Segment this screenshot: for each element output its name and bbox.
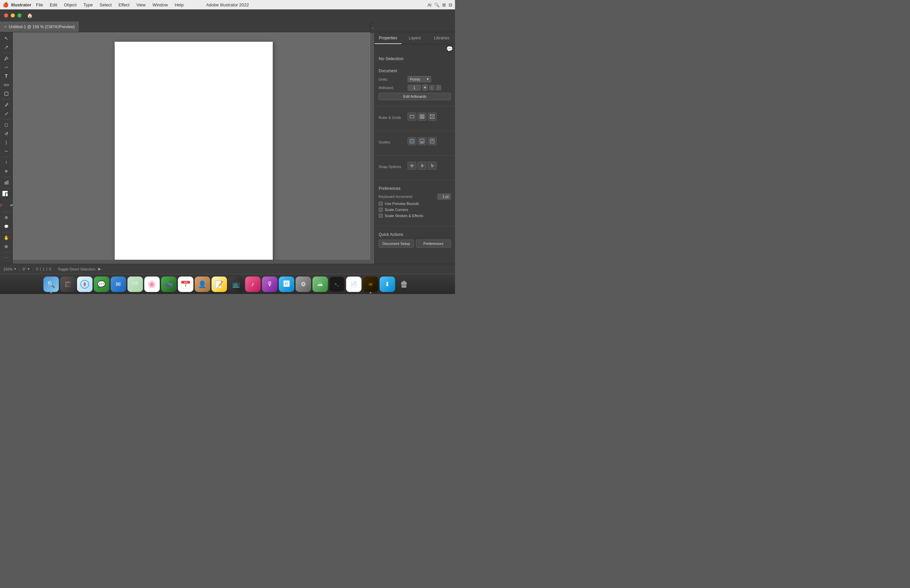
document-setup-button[interactable]: Document Setup — [379, 239, 414, 248]
dock-music[interactable]: ♪ — [245, 276, 261, 292]
tab-properties[interactable]: Properties — [375, 32, 402, 44]
dock-notes[interactable]: 📝 — [212, 276, 227, 292]
comments-icon[interactable]: 💬 — [446, 46, 453, 52]
dock-textedit[interactable]: 📄 — [346, 276, 361, 292]
control-icon[interactable]: ⊟ — [449, 2, 452, 7]
color-swatch[interactable] — [2, 191, 10, 198]
none-color[interactable]: ⊘ — [0, 200, 6, 210]
zoom-control[interactable]: 156% ▾ — [3, 267, 16, 271]
artboard-first-btn[interactable]: ⟨⟨ — [36, 267, 38, 271]
scale-strokes-checkbox[interactable] — [379, 214, 383, 218]
home-icon[interactable]: 🏠 — [27, 13, 32, 18]
dock-maps[interactable]: 🗺 — [128, 276, 143, 292]
vertical-scrollbar[interactable] — [370, 32, 374, 264]
blend-tool[interactable]: ⊕ — [2, 167, 11, 175]
guides-lock-btn[interactable] — [418, 137, 426, 145]
artboard-next[interactable]: › — [436, 85, 441, 90]
maximize-button[interactable] — [18, 13, 21, 18]
dock-facetime[interactable]: 📹 — [161, 276, 176, 292]
rotation-control[interactable]: 0° ▾ — [23, 267, 29, 271]
dock-systemprefs[interactable]: ⚙ — [296, 276, 311, 292]
dock-appletv[interactable]: 📺 — [228, 276, 244, 292]
scale-tool[interactable]: ⟆ — [2, 139, 11, 147]
dock-terminal[interactable]: >_ — [329, 276, 345, 292]
search-icon[interactable]: 🔍 — [434, 2, 440, 7]
guides-smart-btn[interactable]: ⚡ — [428, 137, 437, 145]
preferences-button[interactable]: Preferences — [416, 239, 451, 248]
dock-finder[interactable]: 🔍 — [44, 276, 59, 292]
scale-corners-checkbox[interactable] — [379, 208, 383, 212]
horizontal-scrollbar[interactable] — [13, 260, 370, 264]
document-tab[interactable]: ✕ Untitled-1 @ 156 % (CMYK/Preview) — [0, 21, 79, 32]
perspective-btn[interactable] — [428, 113, 437, 121]
type-tool[interactable]: T — [2, 72, 11, 80]
dock-messages[interactable]: 💬 — [94, 276, 109, 292]
tab-libraries[interactable]: Libraries — [428, 32, 455, 44]
tab-close-icon[interactable]: ✕ — [4, 25, 7, 29]
apple-menu[interactable]: 🍎 — [3, 2, 8, 7]
line-tool[interactable] — [2, 81, 11, 89]
dock-northerntrails[interactable]: ⛰ — [313, 276, 328, 292]
artboard-last-btn[interactable]: ⟩⟩ — [49, 267, 52, 271]
paintbrush-tool[interactable] — [2, 101, 11, 109]
hand-tool[interactable]: ✋ — [2, 234, 11, 242]
canvas-area[interactable] — [13, 32, 374, 264]
dock-trash[interactable]: 🗑 — [397, 276, 412, 292]
menu-help[interactable]: Help — [172, 2, 186, 8]
artboard-prev[interactable]: ‹ — [429, 85, 434, 90]
dock-safari[interactable] — [77, 276, 92, 292]
units-select[interactable]: Points ▾ — [408, 76, 431, 82]
dock-illustrator[interactable]: Ai — [363, 276, 378, 292]
comment-tool[interactable]: 💬 — [2, 223, 11, 231]
menu-file[interactable]: File — [33, 2, 46, 8]
grid-icon[interactable]: ⊞ — [442, 2, 446, 7]
artboard-next-btn[interactable]: ⟩ — [46, 267, 47, 271]
pencil-tool[interactable] — [2, 110, 11, 118]
dock-downloader[interactable]: ⬇ — [380, 276, 395, 292]
artboard-nav-tool[interactable]: ⊞ — [2, 214, 11, 222]
snap-grid-btn[interactable] — [418, 162, 426, 170]
dock-launchpad[interactable] — [60, 276, 76, 292]
use-preview-bounds-checkbox[interactable] — [379, 202, 383, 206]
snap-pixel-btn[interactable] — [428, 162, 437, 170]
menu-window[interactable]: Window — [150, 2, 170, 8]
edit-artboards-button[interactable]: Edit Artboards — [379, 93, 451, 100]
eraser-tool[interactable]: ◻ — [2, 121, 11, 129]
keyboard-increment-input[interactable]: 1 pt — [437, 194, 451, 200]
tab-layers[interactable]: Layers — [402, 32, 428, 44]
grid-btn[interactable] — [418, 113, 426, 121]
toggle-play-btn[interactable]: ▶ — [98, 267, 101, 271]
minimize-button[interactable] — [11, 13, 15, 18]
snap-point-btn[interactable] — [408, 162, 416, 170]
dock-appstore[interactable]: 🅰 — [279, 276, 294, 292]
column-graph-tool[interactable] — [2, 178, 11, 186]
ruler-btn[interactable] — [408, 113, 416, 121]
more-tools[interactable]: ··· — [2, 254, 11, 262]
artboard-prev-btn[interactable]: ⟨ — [40, 267, 41, 271]
app-menu[interactable]: Illustrator — [11, 2, 31, 7]
rotate-tool[interactable]: ↺ — [2, 130, 11, 138]
dock-mail[interactable]: ✉ — [111, 276, 126, 292]
menu-edit[interactable]: Edit — [47, 2, 60, 8]
artboard-input[interactable]: 1 — [408, 85, 421, 91]
menu-effect[interactable]: Effect — [116, 2, 132, 8]
zoom-tool[interactable]: ⊕ — [2, 242, 11, 250]
warp-tool[interactable]: 〜 — [2, 147, 11, 155]
pen-tool[interactable] — [2, 54, 11, 62]
dock-contacts[interactable]: 👤 — [195, 276, 210, 292]
close-button[interactable] — [4, 13, 8, 18]
menu-type[interactable]: Type — [81, 2, 96, 8]
menu-select[interactable]: Select — [97, 2, 114, 8]
shape-tool[interactable] — [2, 90, 11, 98]
width-tool[interactable]: ⌇ — [2, 158, 11, 166]
dock-podcasts[interactable]: 🎙 — [262, 276, 277, 292]
artboard-dropdown[interactable]: ▾ — [423, 84, 428, 91]
menu-view[interactable]: View — [133, 2, 148, 8]
curvature-tool[interactable] — [2, 63, 11, 71]
direct-select-tool[interactable]: ↗ — [2, 43, 11, 51]
stroke-color[interactable] — [5, 192, 10, 198]
panel-collapse-button[interactable]: ‹ — [370, 23, 375, 33]
guides-show-btn[interactable] — [408, 137, 416, 145]
dock-photos[interactable]: 🌸 — [144, 276, 160, 292]
artboard[interactable] — [115, 42, 273, 263]
